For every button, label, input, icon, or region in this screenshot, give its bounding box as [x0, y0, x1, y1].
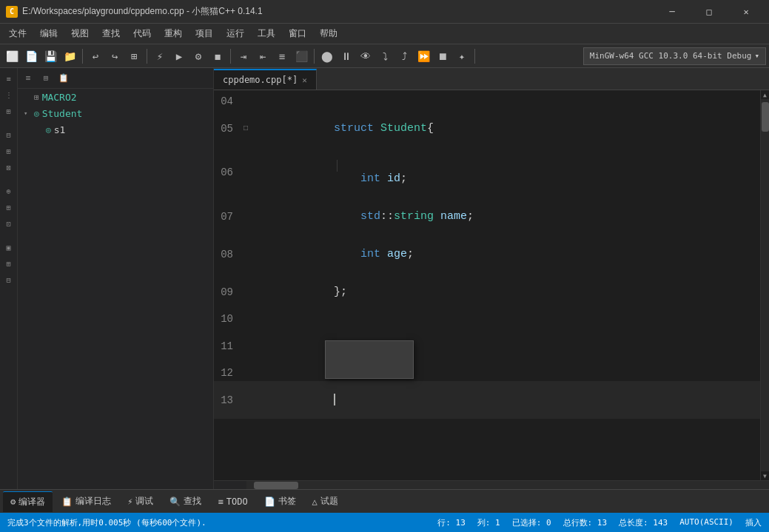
bottom-tab-todo[interactable]: ≡ TODO [210, 491, 255, 512]
toolbar-run[interactable]: ▶ [170, 47, 188, 65]
h-scroll-track[interactable] [246, 481, 769, 489]
sidebar-btn-2[interactable]: ⊞ [38, 71, 53, 86]
h-scroll-thumb[interactable] [254, 482, 298, 489]
bottom-tab-bookmark[interactable]: 📄 书签 [257, 491, 303, 512]
toolbar-stepinto[interactable]: ⤵ [376, 47, 394, 65]
icon-panel11[interactable]: ⊞ [1, 256, 16, 271]
student-label: Student [42, 108, 83, 119]
toolbar-stepout[interactable]: ⏩ [414, 47, 432, 65]
scroll-down-arrow[interactable]: ▼ [761, 471, 769, 480]
menu-file[interactable]: 文件 [3, 26, 33, 41]
toolbar-redo[interactable]: ↪ [106, 47, 124, 65]
vertical-scrollbar[interactable]: ▲ ▼ [760, 90, 769, 480]
icon-outline[interactable]: ⋮ [1, 87, 16, 102]
toolbar-more1[interactable]: ⬛ [292, 47, 310, 65]
menu-window[interactable]: 窗口 [283, 26, 312, 41]
bottom-tab-problem[interactable]: △ 试题 [305, 491, 346, 512]
toolbar-search[interactable]: ⊞ [125, 47, 143, 65]
icon-panel5[interactable]: ⊞ [1, 144, 16, 158]
maximize-button[interactable]: □ [692, 0, 726, 24]
icon-panel7[interactable]: ⊕ [1, 183, 16, 198]
log-tab-label: 编译日志 [75, 495, 111, 508]
problem-tab-label: 试题 [320, 495, 338, 508]
menu-refactor[interactable]: 重构 [158, 26, 188, 41]
sidebar-btn-1[interactable]: ≡ [21, 71, 36, 86]
status-selected: 已选择: 0 [512, 517, 551, 528]
student-expand-icon: ▾ [24, 110, 33, 117]
toolbar-step[interactable]: ⏸ [338, 47, 355, 65]
icon-panel9[interactable]: ⊡ [1, 216, 16, 231]
menu-run[interactable]: 运行 [221, 26, 250, 41]
toolbar-extra[interactable]: ✦ [453, 47, 471, 65]
status-line: 行: 13 [437, 517, 466, 528]
fold-btn-05[interactable]: □ [241, 124, 251, 132]
scroll-track[interactable] [761, 99, 769, 471]
icon-panel8[interactable]: ⊞ [1, 200, 16, 215]
menu-find[interactable]: 查找 [96, 26, 126, 41]
icon-panel6[interactable]: ⊠ [1, 160, 16, 175]
icon-panel4[interactable]: ⊟ [1, 127, 16, 142]
tab-cppdemo[interactable]: cppdemo.cpp[*] ✕ [214, 69, 317, 90]
tree-item-s1[interactable]: ◎ s1 [18, 121, 213, 138]
bottom-tab-debug[interactable]: ⚡ 调试 [120, 491, 161, 512]
autocomplete-popup[interactable] [325, 340, 414, 379]
sidebar-btn-3[interactable]: 📋 [56, 71, 71, 86]
toolbar-outdent[interactable]: ⇤ [254, 47, 272, 65]
icon-panel3[interactable]: ⊞ [1, 104, 16, 118]
code-editor[interactable]: 04 05 □ struct Student{ 06 [214, 90, 769, 480]
toolbar-stepover[interactable]: ⤴ [395, 47, 413, 65]
toolbar-abort[interactable]: ⏹ [434, 47, 451, 65]
toolbar-stop[interactable]: ◼ [209, 47, 226, 65]
compiler-tab-icon: ⚙ [10, 496, 16, 507]
bookmark-tab-label: 书签 [278, 495, 296, 508]
horizontal-scrollbar[interactable] [214, 480, 769, 489]
menu-tools[interactable]: 工具 [252, 26, 281, 41]
tree-item-macro2[interactable]: ⊞ MACRO2 [18, 89, 213, 105]
code-line-08: 08 int age; [214, 235, 760, 273]
toolbar-undo[interactable]: ↩ [87, 47, 104, 65]
menu-view[interactable]: 视图 [65, 26, 95, 41]
code-line-06: 06 int id; [214, 147, 760, 198]
code-scroll[interactable]: 04 05 □ struct Student{ 06 [214, 90, 760, 480]
toolbar-btn-2[interactable]: 📄 [22, 47, 40, 65]
title-bar: C E:/Workspaces/playground/cppdemo.cpp -… [0, 0, 769, 24]
macro-icon: ⊞ [34, 92, 39, 102]
icon-panel12[interactable]: ⊟ [1, 272, 16, 287]
menu-edit[interactable]: 编辑 [34, 26, 64, 41]
code-line-11: 11 Studen [214, 327, 760, 365]
minimize-button[interactable]: ─ [655, 0, 689, 24]
status-total-lines: 总行数: 13 [563, 517, 608, 528]
tree-item-student[interactable]: ▾ ◎ Student [18, 105, 213, 121]
toolbar-compile[interactable]: ⚡ [151, 47, 169, 65]
code-line-09: 09 }; [214, 273, 760, 311]
code-line-05: 05 □ struct Student{ [214, 110, 760, 147]
toolbar-format[interactable]: ≡ [273, 47, 291, 65]
left-icon-strip: ≡ ⋮ ⊞ ⊟ ⊞ ⊠ ⊕ ⊞ ⊡ ▣ ⊞ ⊟ [0, 68, 18, 489]
bottom-tab-log[interactable]: 📋 编译日志 [54, 491, 118, 512]
bookmark-tab-icon: 📄 [264, 496, 275, 507]
toolbar-watch[interactable]: 👁 [357, 47, 375, 65]
scroll-up-arrow[interactable]: ▲ [761, 90, 769, 99]
icon-panel10[interactable]: ▣ [1, 240, 16, 255]
icon-files[interactable]: ≡ [1, 71, 16, 86]
code-line-04: 04 [214, 93, 760, 110]
tab-close-btn[interactable]: ✕ [302, 75, 307, 85]
toolbar-sep-1 [82, 49, 83, 64]
bottom-tab-compiler[interactable]: ⚙ 编译器 [3, 491, 53, 512]
toolbar-btn-4[interactable]: 📁 [61, 47, 78, 65]
status-encoding: AUTO(ASCII) [679, 517, 733, 528]
toolbar-debug[interactable]: ⚙ [189, 47, 207, 65]
scroll-thumb[interactable] [762, 102, 769, 132]
toolbar-breakpoint[interactable]: ⬤ [318, 47, 336, 65]
menu-project[interactable]: 项目 [189, 26, 219, 41]
close-button[interactable]: ✕ [729, 0, 763, 24]
toolbar-btn-1[interactable]: ⬜ [3, 47, 21, 65]
menu-code[interactable]: 代码 [127, 26, 157, 41]
menu-help[interactable]: 帮助 [314, 26, 343, 41]
toolbar-sep-2 [147, 49, 147, 64]
compiler-selector[interactable]: MinGW-w64 GCC 10.3.0 64-bit Debug ▾ [583, 47, 766, 65]
bottom-tab-find[interactable]: 🔍 查找 [162, 491, 209, 512]
toolbar-btn-3[interactable]: 💾 [41, 47, 59, 65]
find-tab-label: 查找 [184, 495, 201, 508]
toolbar-indent[interactable]: ⇥ [235, 47, 252, 65]
